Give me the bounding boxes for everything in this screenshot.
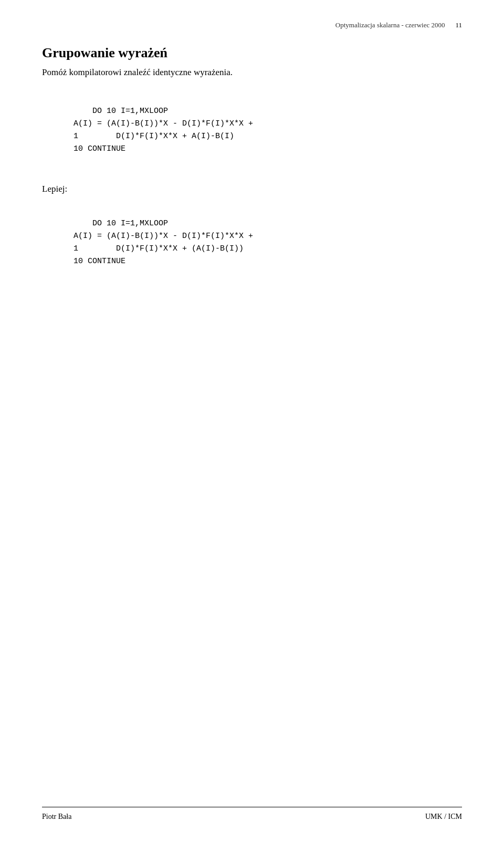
code-line-2: A(I) = (A(I)-B(I))*X - D(I)*F(I)*X*X + [74,119,253,128]
code-line-3: 1 D(I)*F(I)*X*X + A(I)-B(I) [74,132,234,141]
page-container: Optymalizacja skalarna - czerwiec 2000 1… [0,0,504,842]
section-subtitle: Pomóż kompilatorowi znaleźć identyczne w… [42,67,462,78]
code-line-1: DO 10 I=1,MXLOOP [92,107,168,116]
page-number: 11 [455,21,462,29]
footer-org: UMK / ICM [425,813,462,821]
header-title: Optymalizacja skalarna - czerwiec 2000 [335,21,445,29]
code-block-1: DO 10 I=1,MXLOOP A(I) = (A(I)-B(I))*X - … [74,92,462,168]
code-line-4: 10 CONTINUE [74,144,125,153]
label-better: Lepiej: [42,184,462,194]
section-title: Grupowanie wyrażeń [42,45,462,61]
code2-line-1: DO 10 I=1,MXLOOP [92,219,168,228]
page-header: Optymalizacja skalarna - czerwiec 2000 1… [42,21,462,29]
code2-line-3: 1 D(I)*F(I)*X*X + (A(I)-B(I)) [74,244,244,253]
footer-author: Piotr Bała [42,813,71,821]
page-footer: Piotr Bała UMK / ICM [42,807,462,821]
code-block-2: DO 10 I=1,MXLOOP A(I) = (A(I)-B(I))*X - … [74,205,462,280]
code2-line-4: 10 CONTINUE [74,257,125,266]
code2-line-2: A(I) = (A(I)-B(I))*X - D(I)*F(I)*X*X + [74,232,253,241]
